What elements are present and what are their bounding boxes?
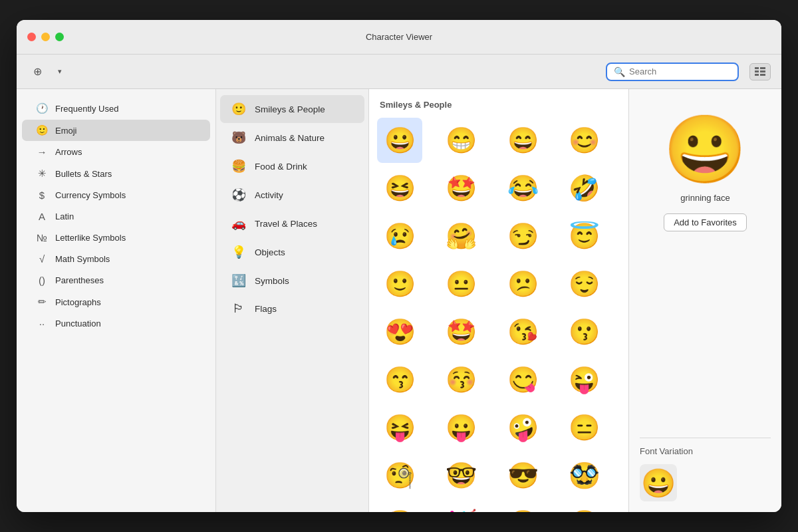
category-label-food-drink: Food & Drink — [255, 162, 307, 172]
category-label-activity: Activity — [255, 190, 283, 200]
titlebar: Character Viewer — [17, 20, 781, 55]
sidebar-item-bullets-stars[interactable]: ✳ Bullets & Stars — [22, 163, 210, 184]
category-icon-animals-nature: 🐻 — [231, 130, 247, 145]
emoji-cell[interactable]: 🤗 — [439, 213, 484, 259]
options-icon: ⊕ — [33, 65, 42, 78]
category-icon-symbols: 🔣 — [231, 273, 247, 288]
emoji-cell[interactable]: 😍 — [377, 309, 422, 354]
divider — [640, 438, 771, 438]
sidebar-icon-currency: $ — [35, 190, 49, 201]
emoji-cell[interactable]: 😋 — [500, 357, 545, 402]
search-input[interactable] — [629, 66, 731, 76]
sidebar-item-frequently-used[interactable]: 🕐 Frequently Used — [22, 98, 210, 119]
svg-rect-2 — [755, 74, 759, 76]
emoji-cell[interactable]: 🥺 — [500, 501, 545, 512]
emoji-cell[interactable]: 😒 — [562, 501, 607, 512]
emoji-cell[interactable]: 😎 — [500, 453, 545, 498]
sidebar-item-letterlike[interactable]: № Letterlike Symbols — [22, 227, 210, 248]
emoji-cell[interactable]: 🤩 — [439, 166, 484, 211]
emoji-cell[interactable]: 😘 — [500, 309, 545, 354]
dropdown-button[interactable]: ▾ — [50, 62, 70, 82]
category-item-travel-places[interactable]: 🚗 Travel & Places — [220, 209, 364, 237]
sidebar-item-latin[interactable]: A Latin — [22, 206, 210, 227]
chevron-down-icon: ▾ — [58, 67, 62, 76]
category-icon-smileys-people: 🙂 — [231, 102, 247, 116]
emoji-cell[interactable]: 😄 — [500, 118, 545, 163]
emoji-cell[interactable]: 🙂 — [377, 261, 422, 307]
sidebar-label-punctuation: Punctuation — [55, 319, 101, 329]
emoji-cell[interactable]: 😗 — [562, 309, 607, 354]
detail-panel: 😀 grinning face Add to Favorites Font Va… — [628, 89, 781, 512]
emoji-cell[interactable]: 🤪 — [500, 405, 545, 450]
detail-name: grinning face — [680, 193, 730, 203]
svg-rect-4 — [760, 70, 765, 72]
category-label-objects: Objects — [255, 247, 285, 257]
character-viewer-window: Character Viewer ⊕ ▾ 🔍 — [17, 20, 781, 512]
sidebar-icon-frequently-used: 🕐 — [35, 102, 49, 114]
emoji-cell[interactable]: 😑 — [562, 405, 607, 450]
category-icon-flags: 🏳 — [231, 302, 247, 316]
close-button[interactable] — [27, 33, 36, 41]
search-box: 🔍 — [606, 63, 739, 81]
emoji-cell[interactable]: 🤣 — [562, 166, 607, 211]
emoji-cell[interactable]: 😐 — [439, 261, 484, 307]
emoji-cell[interactable]: 🤩 — [377, 501, 422, 512]
emoji-panel: Smileys & People 😀😁😄😊😆🤩😂🤣😢🤗😏😇🙂😐😕😌😍🤩😘😗😙😚😋… — [369, 89, 628, 512]
sidebar-item-pictographs[interactable]: ✏ Pictographs — [22, 291, 210, 313]
minimize-button[interactable] — [41, 33, 50, 41]
svg-rect-5 — [760, 74, 765, 76]
middle-panel: 🙂 Smileys & People 🐻 Animals & Nature 🍔 … — [216, 89, 369, 512]
emoji-cell[interactable]: 😜 — [562, 357, 607, 402]
emoji-cell[interactable]: 😇 — [562, 213, 607, 259]
sidebar-item-parentheses[interactable]: () Parentheses — [22, 270, 210, 291]
category-item-animals-nature[interactable]: 🐻 Animals & Nature — [220, 124, 364, 152]
sidebar-icon-bullets-stars: ✳ — [35, 168, 49, 180]
font-variation-emoji[interactable]: 😀 — [640, 464, 677, 501]
emoji-cell[interactable]: 😆 — [377, 166, 422, 211]
sidebar-icon-emoji: 🙂 — [35, 124, 49, 136]
emoji-cell[interactable]: 🧐 — [377, 453, 422, 498]
add-to-favorites-button[interactable]: Add to Favorites — [664, 213, 747, 231]
emoji-cell[interactable]: 😁 — [439, 118, 484, 163]
sidebar-item-emoji[interactable]: 🙂 Emoji — [22, 120, 210, 141]
maximize-button[interactable] — [55, 33, 64, 41]
emoji-cell[interactable]: 🥳 — [439, 501, 484, 512]
emoji-cell[interactable]: 😂 — [500, 166, 545, 211]
sidebar-label-bullets-stars: Bullets & Stars — [55, 169, 112, 179]
emoji-cell[interactable]: 🥸 — [562, 453, 607, 498]
sidebar-label-letterlike: Letterlike Symbols — [55, 233, 126, 243]
emoji-cell[interactable]: 😊 — [562, 118, 607, 163]
emoji-cell[interactable]: 😚 — [439, 357, 484, 402]
emoji-cell[interactable]: 🤩 — [439, 309, 484, 354]
emoji-cell[interactable]: 😙 — [377, 357, 422, 402]
category-item-smileys-people[interactable]: 🙂 Smileys & People — [220, 95, 364, 123]
emoji-cell[interactable]: 😌 — [562, 261, 607, 307]
sidebar-item-arrows[interactable]: → Arrows — [22, 142, 210, 162]
emoji-cell[interactable]: 🤓 — [439, 453, 484, 498]
emoji-grid-header: Smileys & People — [377, 97, 620, 118]
sidebar-item-currency[interactable]: $ Currency Symbols — [22, 185, 210, 205]
category-icon-travel-places: 🚗 — [231, 216, 247, 231]
emoji-cell[interactable]: 😕 — [500, 261, 545, 307]
sidebar-item-math[interactable]: √ Math Symbols — [22, 249, 210, 269]
category-item-objects[interactable]: 💡 Objects — [220, 238, 364, 266]
emoji-cell[interactable]: 😏 — [500, 213, 545, 259]
category-item-flags[interactable]: 🏳 Flags — [220, 295, 364, 323]
grid-view-button[interactable] — [749, 63, 771, 80]
toolbar-left: ⊕ ▾ — [27, 62, 70, 82]
emoji-cell[interactable]: 😝 — [377, 405, 422, 450]
sidebar-icon-pictographs: ✏ — [35, 296, 49, 308]
emoji-cell[interactable]: 😢 — [377, 213, 422, 259]
category-item-symbols[interactable]: 🔣 Symbols — [220, 267, 364, 295]
options-button[interactable]: ⊕ — [27, 62, 47, 82]
sidebar-icon-arrows: → — [35, 146, 49, 158]
category-item-activity[interactable]: ⚽ Activity — [220, 181, 364, 209]
sidebar-icon-parentheses: () — [35, 275, 49, 286]
category-item-food-drink[interactable]: 🍔 Food & Drink — [220, 152, 364, 180]
sidebar-item-punctuation[interactable]: ·· Punctuation — [22, 313, 210, 334]
emoji-cell[interactable]: 😛 — [439, 405, 484, 450]
sidebar-label-latin: Latin — [55, 211, 74, 221]
grid-view-icon — [755, 67, 765, 76]
emoji-cell[interactable]: 😀 — [377, 118, 422, 163]
sidebar-label-emoji: Emoji — [55, 126, 77, 136]
